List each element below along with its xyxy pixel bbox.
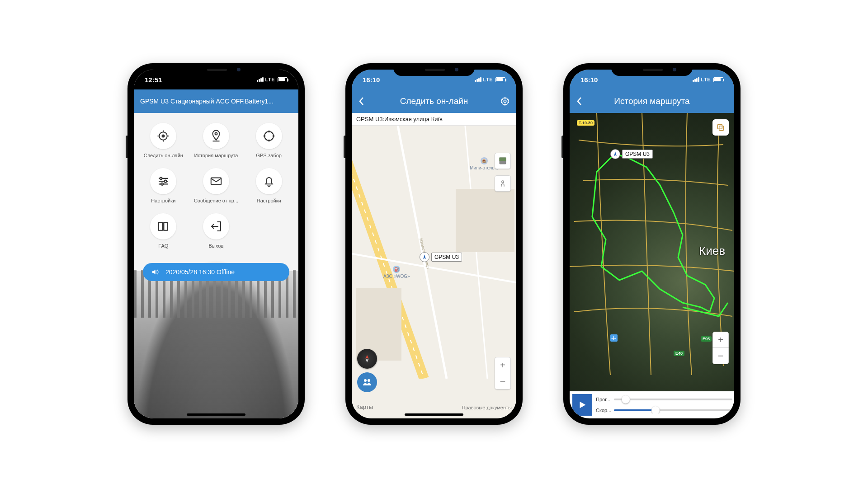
home-indicator[interactable]: [405, 413, 463, 416]
history-map-view[interactable]: T-10-39 E95 E40 Киев GPSM U3 + −: [570, 113, 734, 418]
phone-frame-history: 16:10 LTE История маршрута: [563, 63, 741, 425]
bell-icon: [256, 168, 282, 194]
svg-point-10: [161, 183, 163, 185]
item-track-online[interactable]: Следить он-лайн: [138, 123, 189, 158]
dashboard-body: Следить он-лайн История маршрута GPS-заб…: [134, 113, 298, 418]
status-net: LTE: [483, 77, 493, 82]
item-gps-fence[interactable]: GPS-забор: [244, 123, 294, 158]
streetview-button[interactable]: [495, 175, 511, 192]
poi-label: АЗС «WOG»: [383, 274, 410, 279]
svg-point-19: [502, 181, 504, 183]
progress-slider[interactable]: [614, 399, 732, 400]
speed-label: Скор...: [596, 408, 612, 413]
zoom-controls: + −: [495, 357, 511, 389]
gas-pin-icon: ⛽: [393, 266, 400, 273]
sound-icon: [151, 268, 159, 276]
item-label: Следить он-лайн: [144, 153, 183, 158]
svg-point-1: [162, 135, 165, 137]
item-route-history[interactable]: История маршрута: [191, 123, 241, 158]
play-icon: [577, 400, 587, 410]
hotel-pin-icon: 🏨: [481, 157, 488, 164]
playback-sliders: Прог... Скор...: [596, 394, 732, 416]
item-label: Сообщение от пр...: [194, 198, 238, 203]
people-icon: [362, 377, 373, 388]
chevron-left-icon: [576, 97, 582, 106]
app-header: История маршрута: [570, 89, 734, 113]
item-logout[interactable]: Выход: [191, 213, 241, 249]
plus-icon: +: [718, 335, 723, 345]
status-right: LTE: [257, 77, 288, 82]
item-messages[interactable]: Сообщение от пр...: [191, 168, 241, 203]
svg-point-4: [268, 131, 269, 132]
route-track: [592, 154, 714, 312]
phone-frame-live-track: 16:10 LTE Следить он-лайн GPSM U3:Изюмск…: [345, 63, 523, 425]
streetview-icon: [499, 179, 507, 188]
status-time: 16:10: [580, 76, 598, 84]
item-faq[interactable]: FAQ: [138, 213, 189, 249]
target-icon: [150, 123, 176, 149]
map-layer-button[interactable]: [495, 153, 511, 169]
svg-rect-14: [456, 189, 514, 252]
tracker-marker[interactable]: GPSM U3: [610, 149, 653, 159]
gear-icon: [500, 96, 510, 106]
signal-icon: [257, 77, 264, 82]
compass-button[interactable]: [357, 349, 377, 369]
minus-icon: −: [718, 350, 724, 362]
poi-hotel[interactable]: 🏨 Мини-отель...: [470, 157, 498, 170]
location-pin-icon: [203, 123, 229, 149]
svg-rect-22: [717, 124, 722, 129]
header-title: GPSM U3 Стационарный ACC OFF,Battery1...: [140, 98, 274, 105]
home-indicator[interactable]: [623, 413, 681, 416]
legal-link[interactable]: Правовые документы: [462, 405, 512, 410]
marker-label: GPSM U3: [622, 150, 653, 159]
progress-row: Прог...: [596, 397, 732, 402]
back-button[interactable]: [358, 97, 364, 106]
arrow-marker-icon: [610, 149, 620, 159]
layers-button[interactable]: [712, 119, 729, 136]
page-title: Следить он-лайн: [400, 96, 468, 106]
svg-point-5: [268, 140, 269, 141]
signal-icon: [693, 77, 699, 82]
settings-button[interactable]: [500, 96, 510, 106]
dashboard-grid: Следить он-лайн История маршрута GPS-заб…: [134, 113, 298, 258]
road-badge-e95: E95: [701, 336, 712, 342]
battery-icon: [713, 77, 723, 82]
screen: 16:10 LTE История маршрута: [570, 70, 734, 418]
play-button[interactable]: [572, 394, 592, 416]
zoom-in-button[interactable]: +: [495, 357, 511, 373]
status-net: LTE: [701, 77, 711, 82]
circle-dots-icon: [256, 123, 282, 149]
zoom-out-button[interactable]: −: [712, 348, 729, 364]
status-time: 16:10: [363, 76, 380, 84]
status-net: LTE: [265, 77, 275, 82]
item-settings[interactable]: Настройки: [138, 168, 189, 203]
item-alerts[interactable]: Настройки: [244, 168, 294, 203]
svg-point-9: [165, 180, 167, 183]
road-badge-e40: E40: [674, 351, 684, 356]
map-view[interactable]: Изюмская улица 🏨 Мини-отель... ⛽ АЗС «WO…: [352, 126, 516, 418]
status-right: LTE: [475, 77, 505, 82]
notch: [393, 63, 475, 76]
status-pill[interactable]: 2020/05/28 16:30 Offline: [143, 263, 289, 281]
marker-label: GPSM U3: [431, 253, 462, 262]
battery-icon: [278, 77, 288, 82]
item-label: Настройки: [257, 198, 281, 203]
speed-row: Скор...: [596, 408, 732, 413]
airport-icon: [610, 334, 618, 342]
page-title: История маршрута: [614, 96, 689, 106]
trackers-button[interactable]: [357, 372, 377, 392]
back-button[interactable]: [576, 97, 582, 106]
svg-point-8: [160, 177, 162, 179]
minus-icon: −: [500, 375, 506, 387]
tracker-marker[interactable]: GPSM U3: [420, 252, 462, 262]
home-indicator[interactable]: [187, 413, 245, 416]
zoom-out-button[interactable]: −: [495, 373, 511, 389]
poi-gas[interactable]: ⛽ АЗС «WOG»: [383, 266, 410, 279]
progress-label: Прог...: [596, 397, 612, 402]
zoom-controls: + −: [712, 332, 729, 364]
phone-frame-dashboard: 12:51 LTE GPSM U3 Стационарный ACC OFF,B…: [127, 63, 305, 425]
speed-slider[interactable]: [614, 409, 732, 411]
svg-rect-23: [719, 126, 724, 131]
zoom-in-button[interactable]: +: [712, 332, 729, 348]
battery-icon: [495, 77, 505, 82]
